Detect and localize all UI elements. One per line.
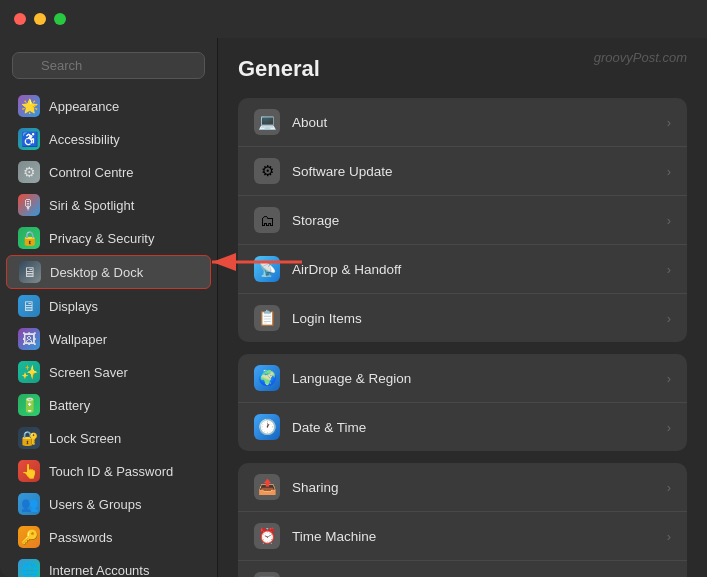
- siri-icon: 🎙: [18, 194, 40, 216]
- sidebar-label-touchid: Touch ID & Password: [49, 464, 173, 479]
- software-row-icon: ⚙: [254, 158, 280, 184]
- window: 🔍 🌟Appearance♿Accessibility⚙Control Cent…: [0, 0, 707, 577]
- search-container: 🔍: [12, 52, 205, 79]
- row-label-storage: Storage: [292, 213, 655, 228]
- row-chevron-login: ›: [667, 311, 671, 326]
- sidebar-item-battery[interactable]: 🔋Battery: [6, 389, 211, 421]
- row-chevron-timemachine: ›: [667, 529, 671, 544]
- titlebar: [0, 0, 707, 38]
- search-input[interactable]: [12, 52, 205, 79]
- minimize-button[interactable]: [34, 13, 46, 25]
- storage-row-icon: 🗂: [254, 207, 280, 233]
- login-row-icon: 📋: [254, 305, 280, 331]
- row-label-software: Software Update: [292, 164, 655, 179]
- maximize-button[interactable]: [54, 13, 66, 25]
- settings-row-storage[interactable]: 🗂Storage›: [238, 196, 687, 245]
- sharing-row-icon: 📤: [254, 474, 280, 500]
- row-chevron-airdrop: ›: [667, 262, 671, 277]
- row-label-login: Login Items: [292, 311, 655, 326]
- row-chevron-language: ›: [667, 371, 671, 386]
- row-label-timemachine: Time Machine: [292, 529, 655, 544]
- sidebar-item-users[interactable]: 👥Users & Groups: [6, 488, 211, 520]
- battery-icon: 🔋: [18, 394, 40, 416]
- sidebar-label-control: Control Centre: [49, 165, 134, 180]
- settings-group-group2: 🌍Language & Region›🕐Date & Time›: [238, 354, 687, 451]
- sidebar-item-lockscreen[interactable]: 🔐Lock Screen: [6, 422, 211, 454]
- internet-icon: 🌐: [18, 559, 40, 577]
- row-label-sharing: Sharing: [292, 480, 655, 495]
- sidebar-label-siri: Siri & Spotlight: [49, 198, 134, 213]
- lockscreen-icon: 🔐: [18, 427, 40, 449]
- sidebar-item-passwords[interactable]: 🔑Passwords: [6, 521, 211, 553]
- about-row-icon: 💻: [254, 109, 280, 135]
- sidebar-item-control[interactable]: ⚙Control Centre: [6, 156, 211, 188]
- settings-row-timemachine[interactable]: ⏰Time Machine›: [238, 512, 687, 561]
- appearance-icon: 🌟: [18, 95, 40, 117]
- settings-row-software[interactable]: ⚙Software Update›: [238, 147, 687, 196]
- sidebar-label-privacy: Privacy & Security: [49, 231, 154, 246]
- watermark: groovyPost.com: [594, 50, 687, 65]
- sidebar-item-wallpaper[interactable]: 🖼Wallpaper: [6, 323, 211, 355]
- settings-row-airdrop[interactable]: 📡AirDrop & Handoff›: [238, 245, 687, 294]
- timemachine-row-icon: ⏰: [254, 523, 280, 549]
- airdrop-row-icon: 📡: [254, 256, 280, 282]
- sidebar-items-list: 🌟Appearance♿Accessibility⚙Control Centre…: [0, 90, 217, 577]
- sidebar-item-displays[interactable]: 🖥Displays: [6, 290, 211, 322]
- datetime-row-icon: 🕐: [254, 414, 280, 440]
- sidebar-item-touchid[interactable]: 👆Touch ID & Password: [6, 455, 211, 487]
- sidebar-label-screensaver: Screen Saver: [49, 365, 128, 380]
- settings-group-group1: 💻About›⚙Software Update›🗂Storage›📡AirDro…: [238, 98, 687, 342]
- sidebar-item-screensaver[interactable]: ✨Screen Saver: [6, 356, 211, 388]
- settings-groups: 💻About›⚙Software Update›🗂Storage›📡AirDro…: [238, 98, 687, 577]
- row-chevron-sharing: ›: [667, 480, 671, 495]
- row-chevron-storage: ›: [667, 213, 671, 228]
- settings-row-transfer[interactable]: 🔄Transfer or Reset›: [238, 561, 687, 577]
- sidebar-item-siri[interactable]: 🎙Siri & Spotlight: [6, 189, 211, 221]
- close-button[interactable]: [14, 13, 26, 25]
- sidebar-label-lockscreen: Lock Screen: [49, 431, 121, 446]
- screensaver-icon: ✨: [18, 361, 40, 383]
- sidebar-label-battery: Battery: [49, 398, 90, 413]
- language-row-icon: 🌍: [254, 365, 280, 391]
- wallpaper-icon: 🖼: [18, 328, 40, 350]
- desktop-icon: 🖥: [19, 261, 41, 283]
- sidebar-label-displays: Displays: [49, 299, 98, 314]
- displays-icon: 🖥: [18, 295, 40, 317]
- row-label-airdrop: AirDrop & Handoff: [292, 262, 655, 277]
- privacy-icon: 🔒: [18, 227, 40, 249]
- row-chevron-software: ›: [667, 164, 671, 179]
- accessibility-icon: ♿: [18, 128, 40, 150]
- row-chevron-datetime: ›: [667, 420, 671, 435]
- passwords-icon: 🔑: [18, 526, 40, 548]
- touchid-icon: 👆: [18, 460, 40, 482]
- sidebar-label-accessibility: Accessibility: [49, 132, 120, 147]
- search-wrapper: 🔍: [0, 48, 217, 89]
- row-label-datetime: Date & Time: [292, 420, 655, 435]
- sidebar-label-desktop: Desktop & Dock: [50, 265, 143, 280]
- control-icon: ⚙: [18, 161, 40, 183]
- row-chevron-about: ›: [667, 115, 671, 130]
- settings-row-datetime[interactable]: 🕐Date & Time›: [238, 403, 687, 451]
- sidebar-item-internet[interactable]: 🌐Internet Accounts: [6, 554, 211, 577]
- main-content: groovyPost.com General 💻About›⚙Software …: [218, 38, 707, 577]
- sidebar: 🔍 🌟Appearance♿Accessibility⚙Control Cent…: [0, 38, 218, 577]
- sidebar-label-appearance: Appearance: [49, 99, 119, 114]
- transfer-row-icon: 🔄: [254, 572, 280, 577]
- sidebar-item-accessibility[interactable]: ♿Accessibility: [6, 123, 211, 155]
- settings-row-language[interactable]: 🌍Language & Region›: [238, 354, 687, 403]
- settings-row-sharing[interactable]: 📤Sharing›: [238, 463, 687, 512]
- sidebar-label-wallpaper: Wallpaper: [49, 332, 107, 347]
- row-label-language: Language & Region: [292, 371, 655, 386]
- row-label-about: About: [292, 115, 655, 130]
- sidebar-item-desktop[interactable]: 🖥Desktop & Dock: [6, 255, 211, 289]
- settings-row-login[interactable]: 📋Login Items›: [238, 294, 687, 342]
- settings-group-group3: 📤Sharing›⏰Time Machine›🔄Transfer or Rese…: [238, 463, 687, 577]
- sidebar-label-internet: Internet Accounts: [49, 563, 149, 578]
- sidebar-item-appearance[interactable]: 🌟Appearance: [6, 90, 211, 122]
- sidebar-item-privacy[interactable]: 🔒Privacy & Security: [6, 222, 211, 254]
- sidebar-label-passwords: Passwords: [49, 530, 113, 545]
- users-icon: 👥: [18, 493, 40, 515]
- sidebar-label-users: Users & Groups: [49, 497, 141, 512]
- settings-row-about[interactable]: 💻About›: [238, 98, 687, 147]
